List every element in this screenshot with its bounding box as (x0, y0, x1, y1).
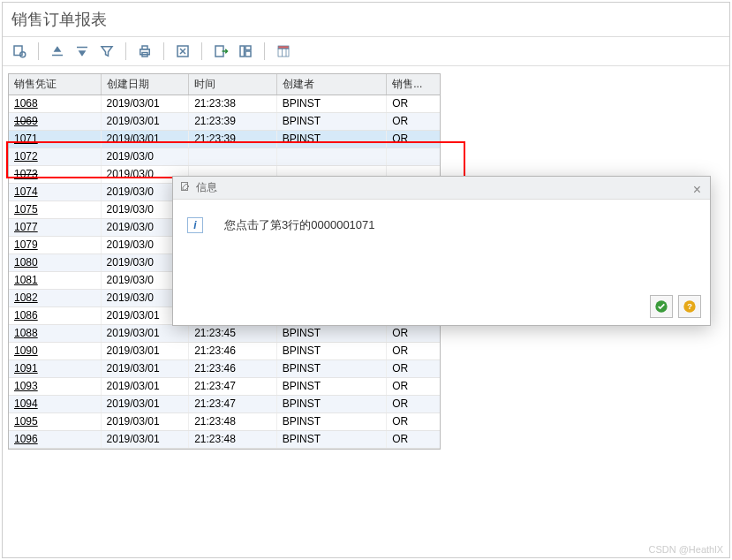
cell-time: 21:23:39 (189, 113, 277, 130)
cell-by: BPINST (277, 396, 387, 412)
watermark: CSDN @HeathlX (648, 544, 723, 555)
doc-link[interactable]: 1069 (14, 115, 38, 127)
details-icon[interactable] (8, 41, 31, 62)
table-row[interactable]: 10902019/03/0121:23:46BPINSTOR (9, 343, 440, 360)
col-header[interactable]: 销售... (387, 74, 440, 95)
cell-type: OR (387, 325, 440, 342)
toolbar (3, 36, 729, 66)
dialog-title: 信息 (196, 180, 217, 195)
cell-type (387, 148, 440, 165)
table-row[interactable]: 10682019/03/0121:23:38BPINSTOR (9, 95, 440, 113)
table-row[interactable]: 10722019/03/0 (9, 148, 440, 166)
cell-time: 21:23:46 (189, 360, 277, 377)
col-header[interactable]: 创建日期 (102, 74, 190, 95)
cell-date: 2019/03/01 (102, 325, 190, 342)
cell-time: 21:23:46 (189, 343, 277, 359)
export-icon[interactable] (209, 41, 232, 62)
cell-type: OR (387, 378, 440, 395)
col-header[interactable]: 创建者 (277, 74, 387, 95)
grid-icon[interactable] (272, 41, 295, 62)
cell-by (277, 148, 387, 165)
cell-date: 2019/03/0 (102, 148, 190, 165)
cell-time: 21:23:48 (189, 431, 277, 448)
cell-time: 21:23:47 (189, 378, 277, 395)
table-row[interactable]: 10912019/03/0121:23:46BPINSTOR (9, 360, 440, 378)
separator-icon (125, 42, 126, 60)
table-row[interactable]: 10882019/03/0121:23:45BPINSTOR (9, 325, 440, 343)
doc-link[interactable]: 1072 (14, 150, 38, 163)
info-dialog: 信息 × i 您点击了第3行的0000001071 ? (172, 176, 711, 326)
svg-text:?: ? (687, 302, 692, 311)
sort-asc-icon[interactable] (46, 41, 69, 62)
cell-by: BPINST (277, 95, 387, 112)
cell-date: 2019/03/01 (102, 343, 190, 359)
table-row[interactable]: 10712019/03/0121:23:39BPINSTOR (9, 131, 440, 148)
cell-time: 21:23:48 (189, 413, 277, 430)
cell-time: 21:23:45 (189, 325, 277, 342)
close-icon[interactable]: × (693, 182, 701, 198)
cell-by: BPINST (277, 113, 387, 130)
svg-rect-8 (245, 46, 251, 50)
layout-icon[interactable] (234, 41, 257, 62)
dialog-title-bar: 信息 (173, 177, 710, 200)
cell-date: 2019/03/01 (102, 378, 190, 395)
help-button[interactable]: ? (678, 295, 701, 318)
page-title: 销售订单报表 (3, 3, 729, 36)
table-row[interactable]: 10932019/03/0121:23:47BPINSTOR (9, 378, 440, 396)
table-row[interactable]: 10942019/03/0121:23:47BPINSTOR (9, 396, 440, 413)
doc-link[interactable]: 1071 (14, 132, 38, 145)
filter-icon[interactable] (95, 41, 118, 62)
cell-type: OR (387, 431, 440, 448)
cell-by: BPINST (277, 360, 387, 377)
doc-link[interactable]: 1080 (14, 256, 38, 269)
svg-rect-11 (278, 49, 289, 57)
table-row[interactable]: 10962019/03/0121:23:48BPINSTOR (9, 431, 440, 449)
cell-by: BPINST (277, 343, 387, 359)
cell-time: 21:23:47 (189, 396, 277, 412)
doc-link[interactable]: 1093 (14, 380, 38, 392)
doc-link[interactable]: 1074 (14, 185, 38, 198)
cell-time (189, 148, 277, 165)
svg-rect-3 (142, 46, 147, 49)
dialog-edit-icon (180, 181, 191, 194)
cell-date: 2019/03/01 (102, 95, 190, 112)
doc-link[interactable]: 1094 (14, 397, 38, 410)
doc-link[interactable]: 1088 (14, 327, 38, 339)
cell-time: 21:23:38 (189, 95, 277, 112)
cell-by: BPINST (277, 325, 387, 342)
cell-type: OR (387, 131, 440, 148)
doc-link[interactable]: 1091 (14, 362, 38, 375)
dialog-message: 您点击了第3行的0000001071 (224, 217, 375, 233)
sort-desc-icon[interactable] (71, 41, 94, 62)
cell-type: OR (387, 343, 440, 359)
cell-by: BPINST (277, 131, 387, 148)
doc-link[interactable]: 1096 (14, 433, 38, 445)
table-row[interactable]: 10692019/03/0121:23:39BPINSTOR (9, 113, 440, 131)
excel-icon[interactable] (171, 41, 194, 62)
doc-link[interactable]: 1082 (14, 291, 38, 304)
cell-by: BPINST (277, 378, 387, 395)
table-row[interactable]: 10952019/03/0121:23:48BPINSTOR (9, 413, 440, 431)
print-icon[interactable] (133, 41, 156, 62)
col-header[interactable]: 时间 (189, 74, 277, 95)
svg-rect-7 (240, 46, 245, 57)
ok-button[interactable] (650, 295, 673, 318)
cell-type: OR (387, 95, 440, 112)
doc-link[interactable]: 1095 (14, 415, 38, 428)
doc-link[interactable]: 1090 (14, 344, 38, 357)
col-header[interactable]: 销售凭证 (9, 74, 102, 95)
grid-header: 销售凭证 创建日期 时间 创建者 销售... (9, 74, 440, 95)
doc-link[interactable]: 1077 (14, 221, 38, 233)
cell-type: OR (387, 396, 440, 412)
doc-link[interactable]: 1086 (14, 309, 38, 322)
cell-date: 2019/03/01 (102, 113, 190, 130)
doc-link[interactable]: 1068 (14, 97, 38, 110)
doc-link[interactable]: 1075 (14, 203, 38, 216)
cell-type: OR (387, 360, 440, 377)
separator-icon (201, 42, 202, 60)
doc-link[interactable]: 1073 (14, 168, 38, 180)
cell-time: 21:23:39 (189, 131, 277, 148)
cell-date: 2019/03/01 (102, 431, 190, 448)
doc-link[interactable]: 1081 (14, 274, 38, 286)
doc-link[interactable]: 1079 (14, 238, 38, 251)
